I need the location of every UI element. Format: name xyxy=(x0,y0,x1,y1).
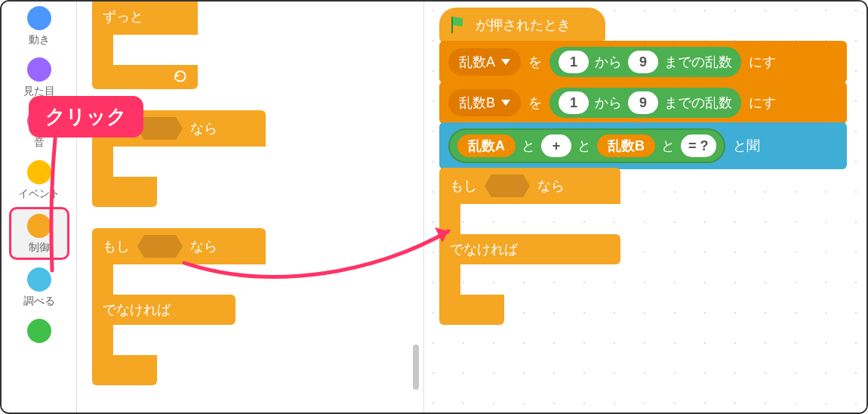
operator-pick-random[interactable]: 1 から 9 までの乱数 xyxy=(549,47,741,77)
random-from-input[interactable]: 1 xyxy=(559,51,589,73)
category-motion[interactable]: 動き xyxy=(9,2,69,50)
join-text-input[interactable]: = ? xyxy=(681,134,716,157)
block-forever[interactable]: ずっと xyxy=(92,0,417,89)
category-label: イベント xyxy=(9,187,69,201)
join-text-input[interactable]: + xyxy=(541,134,571,157)
palette-scrollbar[interactable] xyxy=(413,344,419,390)
category-sidebar: 動き 見た目 音 イベント 制御 調べる xyxy=(2,2,77,412)
variable-dropdown-b[interactable]: 乱数B xyxy=(448,89,521,116)
random-to-input[interactable]: 9 xyxy=(628,51,658,73)
control-icon xyxy=(27,214,51,238)
category-label: 音 xyxy=(9,136,69,150)
operator-pick-random[interactable]: 1 から 9 までの乱数 xyxy=(549,88,741,118)
forever-label: ずっと xyxy=(103,8,143,26)
then-label: なら xyxy=(537,177,565,195)
then-label: なら xyxy=(190,237,217,255)
if-label: もし xyxy=(450,177,477,195)
block-set-variable-a[interactable]: 乱数A を 1 から 9 までの乱数 にす xyxy=(439,41,847,83)
hat-label: が押されたとき xyxy=(476,16,571,34)
category-events[interactable]: イベント xyxy=(9,156,69,204)
if-label: もし xyxy=(103,237,130,255)
category-label: 制御 xyxy=(11,241,67,255)
else-label: でなければ xyxy=(103,301,171,319)
category-label: 調べる xyxy=(9,295,69,308)
block-set-variable-b[interactable]: 乱数B を 1 から 9 までの乱数 にす xyxy=(439,82,847,124)
random-to-input[interactable]: 9 xyxy=(628,91,658,114)
chevron-down-icon xyxy=(501,59,510,65)
loop-arrow-icon xyxy=(172,70,189,85)
category-control[interactable]: 制御 xyxy=(9,207,69,260)
green-flag-icon xyxy=(450,15,468,35)
operator-join[interactable]: 乱数A と + と 乱数B と = ? xyxy=(448,128,725,163)
annotation-click-pill: クリック xyxy=(29,96,143,137)
else-label: でなければ xyxy=(450,240,518,258)
condition-slot[interactable] xyxy=(137,117,183,140)
variable-dropdown-a[interactable]: 乱数A xyxy=(448,48,521,76)
category-looks[interactable]: 見た目 xyxy=(9,53,69,101)
script-stack[interactable]: が押されたとき 乱数A を 1 から 9 までの乱数 にす xyxy=(439,8,866,325)
block-if-else-instance[interactable]: もし なら でなければ xyxy=(439,168,866,325)
operators-icon xyxy=(27,319,51,343)
motion-icon xyxy=(27,6,51,30)
block-when-flag-clicked[interactable]: が押されたとき xyxy=(439,8,605,42)
block-if-else[interactable]: もし なら でなければ xyxy=(92,228,417,385)
random-from-input[interactable]: 1 xyxy=(559,91,589,114)
condition-slot[interactable] xyxy=(485,175,530,197)
block-palette: ずっと もし なら もし なら で xyxy=(77,2,424,412)
sensing-icon xyxy=(27,267,51,292)
script-workspace[interactable]: が押されたとき 乱数A を 1 から 9 までの乱数 にす xyxy=(424,2,866,412)
then-label: なら xyxy=(190,119,217,137)
condition-slot[interactable] xyxy=(137,235,183,258)
events-icon xyxy=(27,160,51,184)
variable-reporter-a[interactable]: 乱数A xyxy=(457,134,516,157)
block-ask[interactable]: 乱数A と + と 乱数B と = ? と聞 xyxy=(439,122,847,169)
chevron-down-icon xyxy=(501,100,510,106)
category-label: 動き xyxy=(9,33,69,47)
category-sensing[interactable]: 調べる xyxy=(9,263,69,311)
looks-icon xyxy=(27,57,51,82)
category-operators[interactable] xyxy=(9,314,69,349)
variable-reporter-b[interactable]: 乱数B xyxy=(597,134,655,157)
